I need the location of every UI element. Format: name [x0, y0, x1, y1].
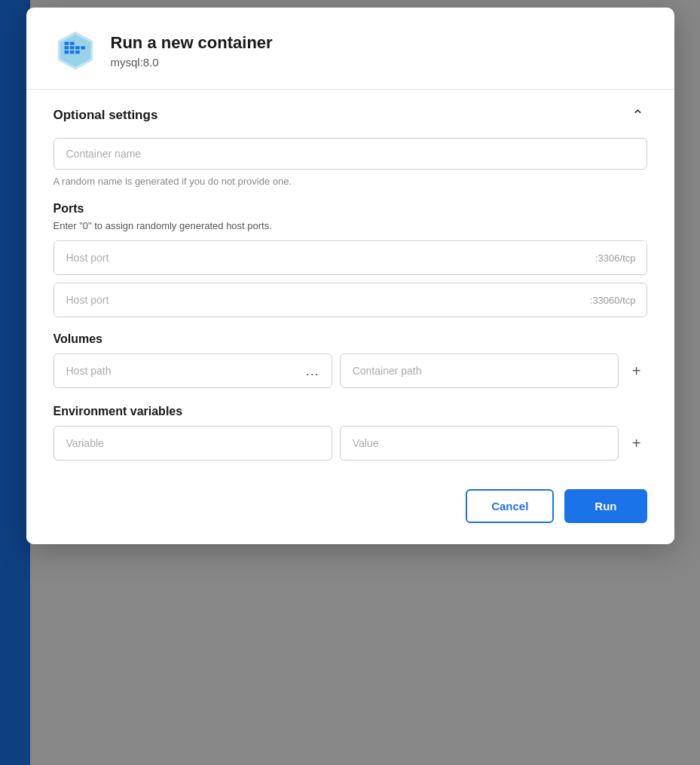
container-name-input[interactable]	[53, 138, 647, 170]
docker-container-icon	[53, 29, 97, 72]
svg-rect-9	[64, 41, 69, 44]
host-port-1-input[interactable]	[54, 241, 647, 274]
svg-rect-2	[64, 46, 69, 49]
run-container-modal: Run a new container mysql:8.0 Optional s…	[26, 8, 674, 544]
modal-subtitle: mysql:8.0	[111, 56, 273, 69]
ports-hint: Enter "0" to assign randomly generated h…	[53, 220, 647, 231]
add-env-button[interactable]: +	[626, 429, 647, 458]
port-row-2: :33060/tcp	[53, 283, 647, 317]
svg-rect-5	[81, 46, 85, 49]
modal-footer: Cancel Run	[26, 476, 674, 544]
modal-body: Optional settings ⌃ A random name is gen…	[26, 90, 674, 476]
run-button[interactable]: Run	[564, 489, 647, 523]
host-path-wrapper: ...	[53, 353, 332, 388]
port-row-1: :3306/tcp	[53, 240, 647, 275]
modal-header: Run a new container mysql:8.0	[26, 8, 674, 90]
env-variable-input[interactable]	[53, 426, 332, 461]
container-name-group: A random name is generated if you do not…	[53, 138, 647, 187]
host-path-browse-button[interactable]: ...	[301, 360, 324, 382]
container-path-input[interactable]	[341, 354, 618, 387]
container-name-hint: A random name is generated if you do not…	[53, 176, 647, 187]
svg-rect-8	[75, 50, 80, 54]
volumes-row: ... +	[53, 353, 647, 388]
cancel-button[interactable]: Cancel	[466, 489, 554, 523]
port-2-wrapper: :33060/tcp	[53, 283, 647, 317]
container-path-wrapper	[340, 353, 619, 388]
svg-rect-4	[75, 46, 80, 49]
svg-rect-6	[64, 50, 69, 54]
env-value-input[interactable]	[340, 426, 619, 461]
svg-rect-7	[69, 50, 74, 54]
plus-env-icon: +	[632, 435, 641, 451]
host-port-2-input[interactable]	[54, 283, 647, 317]
svg-rect-3	[69, 46, 74, 49]
env-title: Environment variables	[53, 405, 647, 418]
dots-icon: ...	[306, 363, 319, 378]
optional-settings-header: Optional settings ⌃	[53, 90, 647, 138]
optional-settings-title: Optional settings	[53, 108, 158, 123]
host-path-input[interactable]	[54, 354, 332, 387]
plus-icon: +	[632, 363, 641, 379]
collapse-button[interactable]: ⌃	[628, 105, 647, 126]
modal-title: Run a new container	[111, 32, 273, 54]
modal-header-text: Run a new container mysql:8.0	[111, 32, 273, 69]
env-row: +	[53, 426, 647, 461]
svg-rect-10	[69, 41, 74, 44]
ports-title: Ports	[53, 202, 647, 216]
add-volume-button[interactable]: +	[626, 356, 647, 386]
volumes-title: Volumes	[53, 332, 647, 346]
modal-backdrop: Run a new container mysql:8.0 Optional s…	[0, 0, 700, 765]
port-1-wrapper: :3306/tcp	[53, 240, 647, 275]
